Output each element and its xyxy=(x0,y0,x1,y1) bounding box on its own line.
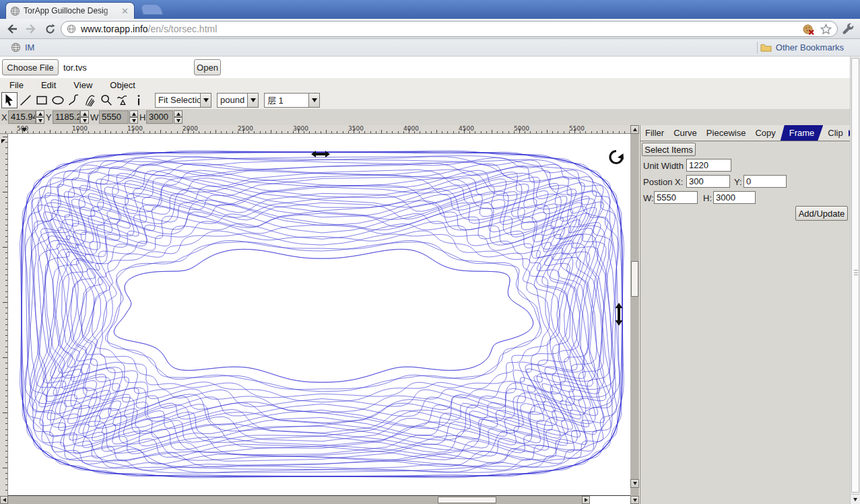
tab-close-icon[interactable]: ✕ xyxy=(120,7,130,15)
vscroll-thumb[interactable] xyxy=(631,261,638,297)
drawing-canvas[interactable] xyxy=(8,134,630,496)
tab-curve[interactable]: Curve xyxy=(669,125,702,141)
w-entry[interactable]: 5550 xyxy=(99,110,129,124)
globe-favicon-icon xyxy=(10,6,20,16)
vscroll-down-icon[interactable] xyxy=(630,479,639,488)
bookmarks-bar: IM Other Bookmarks xyxy=(0,39,860,57)
tab-piecewise[interactable]: Piecewise xyxy=(702,125,751,141)
vscroll-corner-button[interactable] xyxy=(630,496,639,504)
page-scrollbar-thumb[interactable] xyxy=(851,58,859,493)
ruler-label: 500 xyxy=(17,125,28,132)
back-button[interactable] xyxy=(4,21,20,37)
unit-combo[interactable]: pound xyxy=(217,93,259,108)
ruler-vertical xyxy=(0,134,8,496)
h-spinner[interactable] xyxy=(174,110,183,124)
other-bookmarks-label: Other Bookmarks xyxy=(776,42,844,52)
position-x-input[interactable] xyxy=(686,175,730,188)
page-scroll-down-icon[interactable] xyxy=(850,494,860,504)
other-bookmarks-button[interactable]: Other Bookmarks xyxy=(760,42,844,52)
globe-url-icon xyxy=(67,24,76,34)
ellipse-tool[interactable] xyxy=(50,92,66,108)
menu-item-file[interactable]: File xyxy=(9,80,24,90)
titlebar: TorApp Guilloche Desig ✕ xyxy=(0,0,860,19)
x-entry[interactable]: 415.94 xyxy=(8,110,36,124)
ruler-label: 3000 xyxy=(293,125,308,132)
line-tool[interactable] xyxy=(18,92,34,108)
combo-dropdown-icon[interactable] xyxy=(247,94,258,107)
info-tool[interactable] xyxy=(131,92,147,108)
page-scrollbar[interactable] xyxy=(850,57,860,504)
forward-button[interactable] xyxy=(23,21,39,37)
open-button[interactable]: Open xyxy=(194,59,221,75)
x-spinner[interactable] xyxy=(36,110,44,124)
zoom-tool[interactable] xyxy=(98,92,114,108)
bookmark-star-icon[interactable] xyxy=(820,24,832,35)
unit-width-input[interactable] xyxy=(686,159,731,172)
freehand-tool[interactable] xyxy=(82,92,98,108)
combo-dropdown-icon[interactable] xyxy=(200,94,211,107)
unit-width-label: Unit Width xyxy=(643,161,684,171)
select-tool[interactable] xyxy=(1,92,18,108)
layer-value: 层 1 xyxy=(265,94,308,107)
curve-tool[interactable] xyxy=(66,92,82,108)
ruler-horizontal: 5001000150020002500300035004000450050005… xyxy=(0,125,630,134)
menu-item-object[interactable]: Object xyxy=(110,80,135,90)
panel-tabs: FillerCurvePiecewiseCopyFrameClip xyxy=(640,125,851,141)
h-label: H xyxy=(139,112,145,122)
canvas-vscrollbar[interactable] xyxy=(630,125,639,496)
ruler-label: 5000 xyxy=(514,125,529,132)
tab-frame[interactable]: Frame xyxy=(781,125,824,141)
rectangle-tool[interactable] xyxy=(34,92,50,108)
smooth-tool[interactable] xyxy=(114,92,131,108)
cookie-blocked-icon[interactable] xyxy=(802,24,815,35)
unit-value: pound xyxy=(218,94,247,107)
tab-filler[interactable]: Filler xyxy=(640,125,669,141)
reload-button[interactable] xyxy=(42,21,58,37)
rotate-handle-icon[interactable] xyxy=(607,149,625,170)
ruler-label: 1000 xyxy=(72,125,88,132)
fit-selection-value: Fit Selection xyxy=(156,94,200,107)
tab-clip[interactable]: Clip xyxy=(823,125,847,141)
y-spinner[interactable] xyxy=(80,110,89,124)
combo-dropdown-icon[interactable] xyxy=(308,94,319,107)
h-resize-handle-icon[interactable] xyxy=(310,149,331,161)
file-row: Choose File tor.tvs Open xyxy=(0,57,860,78)
hscroll-thumb[interactable] xyxy=(438,497,496,503)
width-input[interactable] xyxy=(654,191,698,204)
wrench-menu-icon[interactable] xyxy=(840,21,857,37)
ruler-label: 4000 xyxy=(403,125,419,132)
height-input[interactable] xyxy=(713,191,756,204)
url-text: www.torapp.info/en/s/torsec.html xyxy=(81,24,217,34)
position-y-input[interactable] xyxy=(743,175,787,188)
bookmark-item-im[interactable]: IM xyxy=(11,42,34,52)
hscroll-right-icon[interactable] xyxy=(582,496,590,504)
w-spinner[interactable] xyxy=(129,110,138,124)
menu-item-view[interactable]: View xyxy=(73,80,92,90)
y-entry[interactable]: 1185.2 xyxy=(53,110,80,124)
new-tab-button[interactable] xyxy=(139,4,163,15)
w-label: W xyxy=(90,112,98,122)
fit-selection-combo[interactable]: Fit Selection xyxy=(155,93,211,108)
y-label: Y xyxy=(46,112,52,122)
choose-file-button[interactable]: Choose File xyxy=(2,59,59,75)
file-name-text: tor.tvs xyxy=(63,63,87,73)
add-update-button[interactable]: Add/Update xyxy=(795,206,848,221)
ruler-label: 2500 xyxy=(238,125,253,132)
bookmarks-separator xyxy=(757,42,758,54)
position-y-label: Y: xyxy=(734,177,742,187)
menu-bar: FileEditViewObject xyxy=(0,78,850,92)
h-entry[interactable]: 3000 xyxy=(146,110,173,124)
canvas-hscrollbar[interactable] xyxy=(0,496,590,504)
browser-tab[interactable]: TorApp Guilloche Desig ✕ xyxy=(5,2,135,19)
properties-panel: FillerCurvePiecewiseCopyFrameClip Select… xyxy=(640,125,850,504)
globe-bookmark-icon xyxy=(11,42,21,52)
tab-copy[interactable]: Copy xyxy=(750,125,780,141)
layer-combo[interactable]: 层 1 xyxy=(264,93,320,108)
position-label: Postion X: xyxy=(643,177,683,187)
vscroll-up-icon[interactable] xyxy=(630,125,639,134)
v-resize-handle-icon[interactable] xyxy=(613,302,625,328)
hscroll-left-icon[interactable] xyxy=(0,496,8,504)
select-items-button[interactable]: Select Items xyxy=(642,143,696,156)
menu-item-edit[interactable]: Edit xyxy=(41,80,56,90)
address-bar[interactable]: www.torapp.info/en/s/torsec.html xyxy=(61,21,838,37)
